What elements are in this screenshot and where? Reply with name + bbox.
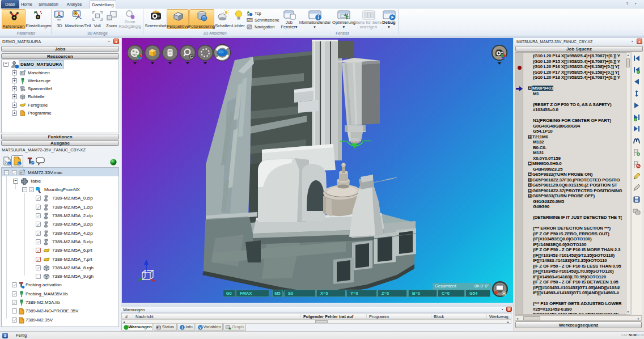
svg-text:C: C xyxy=(8,162,11,166)
svg-text:C: C xyxy=(31,161,34,165)
svg-text:i: i xyxy=(317,15,319,20)
svg-text:C: C xyxy=(18,162,21,166)
svg-text:V: V xyxy=(199,326,201,329)
svg-text:i: i xyxy=(182,325,183,329)
